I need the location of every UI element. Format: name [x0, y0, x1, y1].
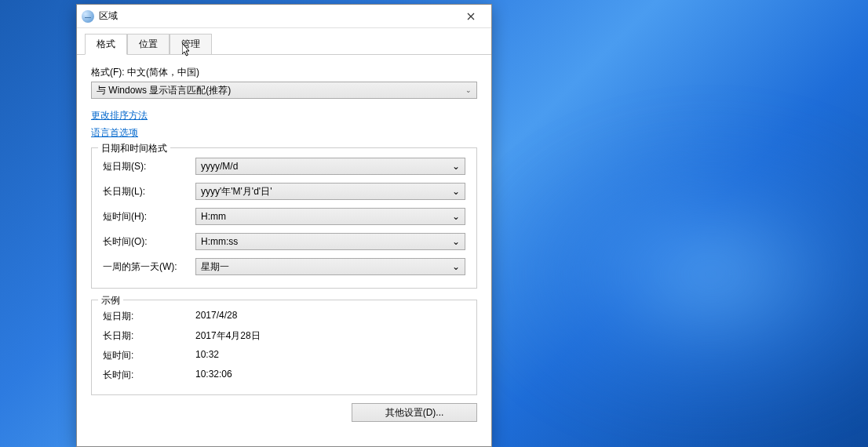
- example-legend: 示例: [98, 294, 123, 307]
- datetime-format-legend: 日期和时间格式: [98, 142, 170, 155]
- example-short-date-value: 2017/4/28: [195, 310, 237, 323]
- tab-format[interactable]: 格式: [85, 34, 127, 55]
- example-group: 示例 短日期: 2017/4/28 长日期: 2017年4月28日 短时间: 1…: [91, 300, 477, 395]
- chevron-down-icon: ⌄: [452, 186, 460, 197]
- close-icon: [467, 13, 475, 20]
- example-long-date-value: 2017年4月28日: [195, 329, 261, 343]
- first-day-select[interactable]: 星期一 ⌄: [195, 258, 465, 275]
- tab-location[interactable]: 位置: [127, 34, 170, 55]
- short-time-select[interactable]: H:mm ⌄: [195, 208, 465, 225]
- short-time-value: H:mm: [201, 211, 226, 222]
- chevron-down-icon: ⌄: [452, 211, 460, 222]
- long-time-select[interactable]: H:mm:ss ⌄: [195, 233, 465, 250]
- example-short-date-label: 短日期:: [103, 310, 195, 323]
- bottom-actions: 其他设置(D)...: [91, 403, 477, 422]
- long-date-label: 长日期(L):: [103, 185, 195, 198]
- chevron-down-icon: ⌄: [452, 161, 460, 172]
- example-short-time-value: 10:32: [195, 349, 219, 362]
- long-date-value: yyyy'年'M'月'd'日': [201, 185, 272, 198]
- links-section: 更改排序方法 语言首选项: [91, 107, 477, 141]
- window-title: 区域: [99, 9, 455, 23]
- example-long-time-value: 10:32:06: [195, 369, 232, 382]
- example-long-time-label: 长时间:: [103, 369, 195, 382]
- long-time-value: H:mm:ss: [201, 236, 238, 247]
- globe-icon: [82, 10, 94, 23]
- tab-admin[interactable]: 管理: [170, 34, 212, 55]
- example-short-time-label: 短时间:: [103, 349, 195, 362]
- language-pref-link[interactable]: 语言首选项: [91, 124, 477, 141]
- format-label: 格式(F): 中文(简体，中国): [91, 66, 477, 79]
- short-time-label: 短时间(H):: [103, 210, 195, 224]
- change-sort-link[interactable]: 更改排序方法: [91, 107, 477, 124]
- region-dialog: 区域 格式 位置 管理 格式(F): 中文(简体，中国) 与 Windows 显…: [76, 4, 492, 447]
- chevron-down-icon: ⌄: [452, 236, 460, 247]
- datetime-format-group: 日期和时间格式 短日期(S): yyyy/M/d ⌄ 长日期(L): yyyy'…: [91, 147, 477, 289]
- chevron-down-icon: ⌄: [452, 261, 460, 272]
- long-date-select[interactable]: yyyy'年'M'月'd'日' ⌄: [195, 183, 465, 200]
- chevron-down-icon: ⌄: [465, 86, 472, 94]
- format-dropdown-value: 与 Windows 显示语言匹配(推荐): [97, 84, 231, 97]
- tabbar: 格式 位置 管理: [77, 28, 491, 55]
- format-dropdown[interactable]: 与 Windows 显示语言匹配(推荐) ⌄: [91, 82, 477, 99]
- first-day-label: 一周的第一天(W):: [103, 260, 195, 274]
- additional-settings-button[interactable]: 其他设置(D)...: [352, 403, 477, 422]
- first-day-value: 星期一: [201, 260, 229, 274]
- tab-content-format: 格式(F): 中文(简体，中国) 与 Windows 显示语言匹配(推荐) ⌄ …: [77, 55, 491, 446]
- example-long-date-label: 长日期:: [103, 329, 195, 343]
- titlebar: 区域: [77, 5, 491, 28]
- long-time-label: 长时间(O):: [103, 235, 195, 249]
- close-button[interactable]: [455, 5, 487, 27]
- short-date-label: 短日期(S):: [103, 160, 195, 173]
- short-date-select[interactable]: yyyy/M/d ⌄: [195, 158, 465, 175]
- short-date-value: yyyy/M/d: [201, 161, 238, 172]
